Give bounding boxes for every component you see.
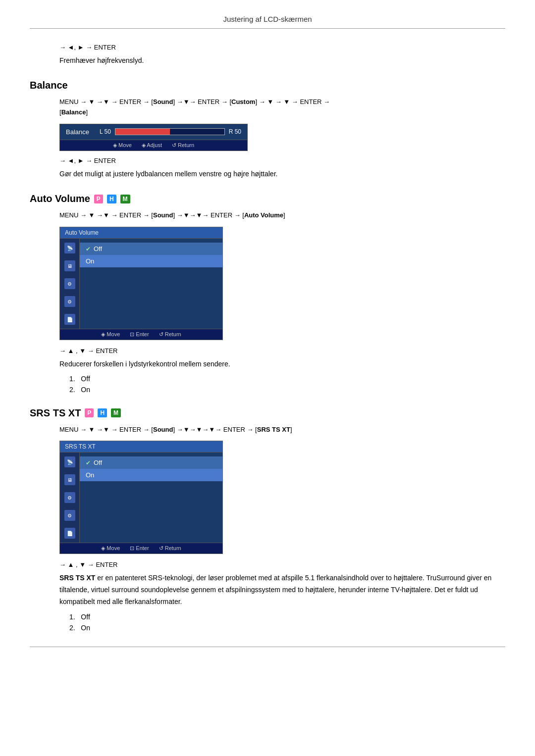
balance-left-val: L 50: [100, 128, 111, 135]
icon-doc: 📄: [64, 314, 75, 325]
srs-badge-p: P: [85, 408, 94, 417]
srs-off-checkmark: ✔: [86, 459, 91, 466]
srs-list-num-1: 1.: [69, 613, 75, 621]
intro-description: Fremhæver højfrekvenslyd.: [59, 55, 505, 66]
auto-volume-option-off[interactable]: ✔ Off: [80, 243, 222, 255]
auto-volume-icons: 📡 🖥 ⚙ ⚙ 📄: [60, 239, 80, 329]
auto-volume-description: Reducerer forskellen i lydstyrkekontrol …: [59, 358, 505, 369]
badge-p: P: [94, 195, 103, 203]
balance-footer-adjust: ◈ Adjust: [142, 142, 162, 149]
srs-description: SRS TS XT er en patenteret SRS-teknologi…: [59, 572, 505, 607]
auto-volume-menu-content: 📡 🖥 ⚙ ⚙ 📄 ✔ Off On: [60, 239, 222, 329]
balance-bar-fill: [115, 129, 170, 135]
balance-arrow-line: → ◄, ► → ENTER: [59, 157, 505, 164]
list-label-on: On: [81, 386, 90, 394]
auto-volume-footer: ◈ Move ⊡ Enter ↺ Return: [60, 329, 222, 340]
srs-icon-circle1: ⚙: [64, 492, 75, 503]
badge-h: H: [107, 195, 116, 203]
srs-list-item-2: 2. On: [69, 624, 505, 632]
balance-footer-return: ↺ Return: [172, 142, 194, 149]
list-label-off: Off: [81, 375, 90, 383]
srs-bold-name: SRS TS XT: [59, 574, 95, 582]
srs-options: ✔ Off On: [80, 453, 222, 543]
auto-volume-footer-enter: ⊡ Enter: [130, 331, 149, 338]
srs-arrow-line: → ▲ , ▼ → ENTER: [59, 561, 505, 568]
srs-menu-title: SRS TS XT: [60, 441, 222, 453]
balance-ui-box: Balance L 50 R 50 ◈ Move ◈ Adjust ↺ Retu…: [59, 124, 248, 151]
list-num-1: 1.: [69, 375, 75, 383]
auto-volume-section: Auto Volume P H M MENU → ▼ →▼ → ENTER → …: [30, 193, 505, 393]
off-checkmark: ✔: [86, 246, 91, 252]
srs-nav: MENU → ▼ →▼ → ENTER → [Sound] →▼→▼→▼→ EN…: [59, 425, 505, 435]
srs-footer-move: ◈ Move: [101, 545, 120, 552]
auto-volume-heading: Auto Volume P H M: [30, 193, 505, 204]
bottom-divider: [30, 647, 505, 647]
srs-off-label: Off: [94, 459, 102, 466]
srs-on-label: On: [86, 471, 94, 479]
srs-footer: ◈ Move ⊡ Enter ↺ Return: [60, 543, 222, 554]
srs-heading-text: SRS TS XT: [30, 407, 81, 419]
srs-list-on-label: On: [81, 624, 90, 632]
srs-icon-antenna: 📡: [64, 456, 75, 467]
badge-m: M: [120, 195, 130, 203]
intro-arrow-line: → ◄, ► → ENTER: [59, 44, 505, 51]
balance-label: Balance: [66, 128, 96, 136]
srs-heading: SRS TS XT P H M: [30, 407, 505, 419]
srs-list-num-2: 2.: [69, 624, 75, 632]
balance-footer-move: ◈ Move: [113, 142, 132, 149]
icon-antenna: 📡: [64, 243, 75, 253]
auto-volume-heading-text: Auto Volume: [30, 193, 90, 204]
srs-footer-enter: ⊡ Enter: [130, 545, 149, 552]
auto-volume-menu-title: Auto Volume: [60, 227, 222, 239]
srs-badge-h: H: [98, 408, 107, 417]
balance-footer: ◈ Move ◈ Adjust ↺ Return: [60, 140, 247, 151]
auto-volume-nav: MENU → ▼ →▼ → ENTER → [Sound] →▼→▼→ ENTE…: [59, 210, 505, 221]
balance-nav: MENU → ▼ →▼ → ENTER → [Sound] →▼→ ENTER …: [59, 97, 505, 118]
balance-bar: [115, 128, 225, 135]
srs-option-off[interactable]: ✔ Off: [80, 456, 222, 469]
balance-row: Balance L 50 R 50: [60, 124, 247, 140]
srs-list-off-label: Off: [81, 613, 90, 621]
auto-volume-list-item-1: 1. Off: [69, 375, 505, 383]
balance-heading-text: Balance: [30, 80, 68, 91]
srs-icon-circle2: ⚙: [64, 510, 75, 521]
balance-heading: Balance: [30, 80, 505, 91]
page-title: Justering af LCD-skærmen: [30, 15, 505, 29]
auto-volume-off-label: Off: [94, 245, 102, 252]
auto-volume-options: ✔ Off On: [80, 239, 222, 329]
srs-menu-content: 📡 🖥 ⚙ ⚙ 📄 ✔ Off On: [60, 453, 222, 543]
auto-volume-list-item-2: 2. On: [69, 386, 505, 394]
balance-nav-text: MENU → ▼ →▼ → ENTER → [Sound] →▼→ ENTER …: [59, 98, 330, 116]
srs-icon-display: 🖥: [64, 474, 75, 485]
balance-section: Balance MENU → ▼ →▼ → ENTER → [Sound] →▼…: [30, 80, 505, 179]
srs-footer-return: ↺ Return: [159, 545, 181, 552]
balance-right-val: R 50: [229, 128, 241, 135]
auto-volume-footer-return: ↺ Return: [159, 331, 181, 338]
srs-option-on[interactable]: On: [80, 469, 222, 481]
page: Justering af LCD-skærmen → ◄, ► → ENTER …: [0, 0, 535, 756]
balance-description: Gør det muligt at justere lydbalancen me…: [59, 168, 505, 179]
auto-volume-ui-box: Auto Volume 📡 🖥 ⚙ ⚙ 📄 ✔ Off On: [59, 227, 223, 340]
auto-volume-footer-move: ◈ Move: [101, 331, 120, 338]
icon-circle2: ⚙: [64, 296, 75, 307]
auto-volume-arrow-line: → ▲ , ▼ → ENTER: [59, 347, 505, 354]
auto-volume-option-on[interactable]: On: [80, 255, 222, 267]
auto-volume-on-label: On: [86, 257, 94, 265]
icon-display: 🖥: [64, 260, 75, 271]
icon-circle1: ⚙: [64, 278, 75, 289]
srs-section: SRS TS XT P H M MENU → ▼ →▼ → ENTER → [S…: [30, 407, 505, 632]
srs-icon-doc: 📄: [64, 528, 75, 539]
srs-ui-box: SRS TS XT 📡 🖥 ⚙ ⚙ 📄 ✔ Off On: [59, 441, 223, 554]
srs-icons: 📡 🖥 ⚙ ⚙ 📄: [60, 453, 80, 543]
list-num-2: 2.: [69, 386, 75, 394]
intro-section: → ◄, ► → ENTER Fremhæver højfrekvenslyd.: [30, 44, 505, 66]
srs-badge-m: M: [111, 408, 121, 417]
srs-list-item-1: 1. Off: [69, 613, 505, 621]
